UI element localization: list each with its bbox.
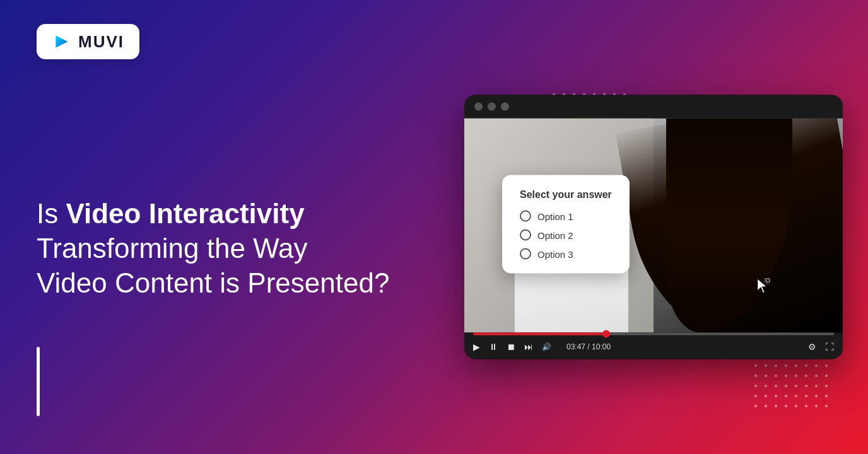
- dot-grid-bottom-decoration: [754, 364, 831, 411]
- dot: [775, 395, 777, 397]
- dot: [795, 375, 797, 377]
- titlebar-dot-1: [474, 103, 483, 111]
- hero-headline: Is Video Interactivity Transforming the …: [37, 196, 389, 300]
- dot: [825, 395, 828, 397]
- dot: [825, 364, 828, 367]
- dot: [815, 364, 818, 367]
- radio-option-1[interactable]: [520, 211, 531, 222]
- dot: [754, 375, 757, 377]
- dot: [785, 364, 787, 367]
- fullscreen-button[interactable]: ⛶: [825, 342, 834, 352]
- radio-option-2[interactable]: [520, 230, 531, 241]
- video-player: Select your answer Option 1 Option 2 Opt…: [464, 95, 843, 359]
- dot: [765, 385, 767, 387]
- quiz-option-2[interactable]: Option 2: [520, 230, 612, 241]
- dot: [785, 395, 787, 397]
- dot: [765, 405, 767, 407]
- quiz-option-3-label: Option 3: [537, 248, 573, 259]
- quiz-option-2-label: Option 2: [537, 230, 573, 240]
- quiz-overlay: Select your answer Option 1 Option 2 Opt…: [502, 175, 630, 274]
- time-display: 03:47 / 10:00: [566, 342, 611, 351]
- headline-line3: Video Content is Presented?: [37, 267, 389, 298]
- headline-bold: Video Interactivity: [66, 198, 304, 229]
- muvi-logo-icon: [52, 32, 72, 52]
- dot: [805, 395, 807, 397]
- logo-container[interactable]: MUVI: [37, 24, 139, 59]
- controls-right: ⚙ ⛶: [808, 342, 834, 352]
- dot: [805, 385, 807, 387]
- quiz-option-1[interactable]: Option 1: [520, 211, 612, 222]
- dot: [775, 405, 777, 407]
- progress-bar-container[interactable]: [473, 333, 834, 335]
- stop-button[interactable]: ⏹: [507, 342, 515, 352]
- dot: [765, 375, 767, 377]
- dot: [785, 405, 787, 407]
- dot: [825, 385, 828, 387]
- progress-bar-fill: [473, 333, 607, 335]
- dot: [805, 405, 807, 407]
- dot: [795, 385, 797, 387]
- page-background: MUVI Is Video Interactivity Transforming…: [0, 0, 868, 454]
- dot: [754, 364, 757, 367]
- dot: [785, 385, 787, 387]
- dot: [825, 375, 828, 377]
- headline-text: Is Video Interactivity Transforming the …: [37, 196, 389, 300]
- pause-button[interactable]: ⏸: [489, 342, 498, 352]
- titlebar-dot-3: [501, 103, 509, 111]
- logo-text: MUVI: [78, 32, 124, 52]
- dot: [825, 405, 828, 407]
- play-button[interactable]: ▶: [473, 342, 480, 352]
- dot: [775, 385, 777, 387]
- video-titlebar: [464, 95, 843, 119]
- volume-button[interactable]: 🔊: [542, 342, 551, 351]
- video-player-section: Select your answer Option 1 Option 2 Opt…: [464, 95, 843, 359]
- radio-option-3[interactable]: [520, 248, 531, 260]
- dot: [754, 395, 757, 397]
- dot: [775, 364, 777, 367]
- svg-point-0: [766, 279, 770, 282]
- video-controls: ▶ ⏸ ⏹ ⏭ 🔊 03:47 / 10:00 ⚙ ⛶: [464, 333, 843, 359]
- dot: [754, 385, 757, 387]
- dot: [795, 395, 797, 397]
- progress-dot: [602, 330, 610, 338]
- headline-is: Is: [37, 198, 66, 229]
- next-button[interactable]: ⏭: [524, 342, 533, 352]
- controls-row: ▶ ⏸ ⏹ ⏭ 🔊 03:47 / 10:00 ⚙ ⛶: [473, 342, 834, 352]
- dot: [805, 375, 807, 377]
- cursor-icon: [756, 278, 770, 298]
- dot: [795, 364, 797, 367]
- dot: [805, 364, 807, 367]
- dot: [775, 375, 777, 377]
- dot: [785, 375, 787, 377]
- quiz-option-3[interactable]: Option 3: [520, 248, 612, 260]
- dot: [815, 375, 818, 377]
- quiz-option-1-label: Option 1: [537, 211, 573, 221]
- dot: [815, 405, 818, 407]
- dot: [795, 405, 797, 407]
- settings-button[interactable]: ⚙: [808, 342, 816, 352]
- quiz-title: Select your answer: [520, 189, 612, 201]
- controls-left: ▶ ⏸ ⏹ ⏭ 🔊 03:47 / 10:00: [473, 342, 611, 352]
- video-content-area[interactable]: Select your answer Option 1 Option 2 Opt…: [464, 119, 843, 333]
- dot: [815, 385, 818, 387]
- dot: [754, 405, 757, 407]
- dot: [815, 395, 818, 397]
- vertical-bar-decoration: [37, 347, 40, 416]
- headline-line2: Transforming the Way: [37, 233, 308, 264]
- titlebar-dot-2: [488, 103, 496, 111]
- dot: [765, 364, 767, 367]
- dot: [765, 395, 767, 397]
